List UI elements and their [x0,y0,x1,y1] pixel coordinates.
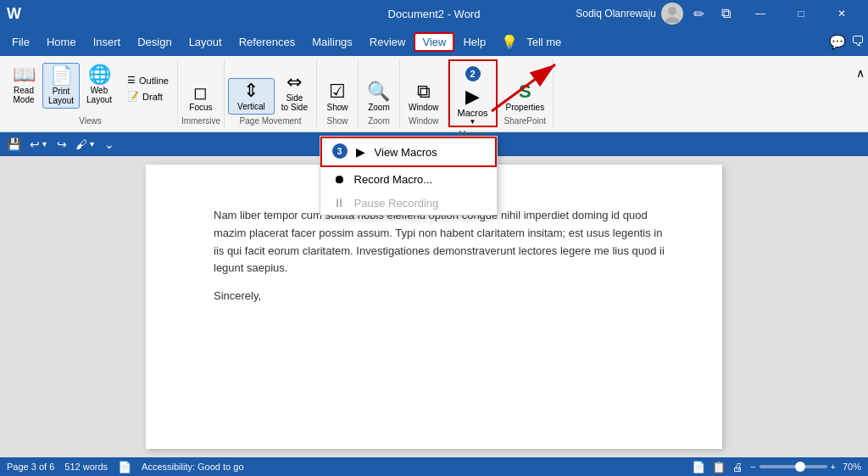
read-mode-button[interactable]: 📖 ReadMode [7,63,41,107]
menu-home[interactable]: Home [38,32,85,52]
zoom-minus-icon[interactable]: − [750,462,755,472]
show-items: ☑ Show [320,59,354,115]
title-bar-left: W [7,5,25,23]
save-qa-button[interactable]: 💾 [3,136,25,153]
qa-more-button[interactable]: ⌄ [101,136,118,153]
ribbon-group-properties: S Properties SharePoint [498,59,554,127]
minimize-button[interactable]: — [741,2,780,25]
window-label: Window [409,103,439,112]
view-macros-badge-3: 3 [332,143,348,159]
macros-icon: ▶ [465,87,480,106]
page-info: Page 3 of 6 [7,462,54,472]
macros-label: Macros [458,108,488,118]
title-bar-right: Sodiq Olanrewaju ✏ ⧉ — □ ✕ [576,2,861,25]
word-logo-icon: W [7,5,21,23]
ribbon-group-views: 📖 ReadMode 📄 PrintLayout 🌐 WebLayout ☰ O… [3,59,178,127]
menu-layout[interactable]: Layout [181,32,231,52]
sharepoint-s-icon: S [519,82,531,101]
view-mode-icon-2[interactable]: 📋 [712,461,726,473]
pen-icon[interactable]: ✏ [687,2,710,25]
properties-items: S Properties [501,59,550,115]
zoom-plus-icon[interactable]: + [831,462,836,472]
properties-label: Properties [506,103,545,112]
menu-help[interactable]: Help [454,32,494,52]
window-button[interactable]: ⧉ Window [403,80,444,115]
ribbon-group-zoom: 🔍 Zoom Zoom [359,59,400,127]
ribbon-group-immersive: ◻ Focus Immersive [178,59,225,127]
maximize-button[interactable]: □ [782,2,821,25]
menu-design[interactable]: Design [129,32,180,52]
document-title: Document2 - Word [388,8,481,20]
zoom-level[interactable]: 70% [843,462,861,472]
user-area: Sodiq Olanrewaju [576,3,683,25]
menu-references[interactable]: References [231,32,303,52]
menu-bar: File Home Insert Design Layout Reference… [0,27,868,56]
macros-button[interactable]: ▶ Macros ▼ [452,85,494,128]
status-bar: Page 3 of 6 512 words 📄 Accessibility: G… [0,457,868,476]
svg-point-1 [665,17,679,23]
zoom-group-label: Zoom [368,115,390,127]
view-macros-label: View Macros [375,146,437,159]
print-layout-button[interactable]: 📄 PrintLayout [42,63,80,109]
share-icon[interactable]: 💬 [829,34,846,50]
view-macros-row: 3 ▶ View Macros [332,143,485,160]
zoom-thumb [795,462,805,472]
properties-button[interactable]: S Properties [501,80,550,115]
zoom-button[interactable]: 🔍 Zoom [362,80,396,115]
vertical-button[interactable]: ⇕ Vertical [228,78,275,115]
views-items: 📖 ReadMode 📄 PrintLayout 🌐 WebLayout ☰ O… [7,59,174,115]
comments-icon[interactable]: 🗨 [851,34,865,50]
focus-icon: ◻ [193,84,208,101]
record-macro-item[interactable]: ⏺ Record Macro... [320,167,497,191]
focus-label: Focus [189,103,212,112]
immersive-items: ◻ Focus [184,59,218,115]
page-icon: 📄 [118,461,131,473]
ribbon-collapse-button[interactable]: ∧ [853,59,868,83]
zoom-slider[interactable]: − + [750,462,836,472]
macros-dropdown-menu: 3 ▶ View Macros ⏺ Record Macro... ⏸ Paus… [320,136,498,216]
zoom-track [760,465,827,468]
menu-view[interactable]: View [414,32,454,52]
share-icons: 💬 🗨 [829,34,865,50]
macros-number: 2 [465,66,481,83]
macros-items: 2 ▶ Macros ▼ [452,63,494,128]
draft-label: Draft [142,92,163,102]
menu-review[interactable]: Review [361,32,415,52]
view-mode-icon-3[interactable]: 🖨 [732,461,743,473]
view-mode-icon-1[interactable]: 📄 [692,461,705,473]
avatar [661,3,683,25]
side-to-side-label: Sideto Side [281,93,308,112]
print-layout-icon: 📄 [50,66,73,85]
restore-icon[interactable]: ⧉ [714,2,737,25]
status-right: 📄 📋 🖨 − + 70% [692,461,861,473]
zoom-items: 🔍 Zoom [362,59,396,115]
close-button[interactable]: ✕ [822,2,861,25]
side-to-side-button[interactable]: ⇔ Sideto Side [276,70,313,115]
pause-recording-item: ⏸ Pause Recording [320,191,497,215]
outline-label: Outline [139,76,169,86]
ribbon-group-macros: 2 ▶ Macros ▼ Macros 3 ▶ View Macros [448,59,498,127]
web-layout-button[interactable]: 🌐 WebLayout [81,63,117,107]
outline-icon: ☰ [127,75,136,86]
menu-file[interactable]: File [3,32,38,52]
draft-button[interactable]: 📝 Draft [122,89,174,104]
focus-button[interactable]: ◻ Focus [184,81,218,115]
lightbulb-icon: 💡 [501,34,518,50]
svg-point-0 [668,7,676,15]
format-painter-qa-button[interactable]: 🖌 ▼ [72,136,99,153]
outline-button[interactable]: ☰ Outline [122,73,174,87]
window-items: ⧉ Window [403,59,444,115]
web-layout-label: WebLayout [86,86,112,104]
redo-qa-button[interactable]: ↪ [53,136,70,153]
ribbon-group-show: ☑ Show Show [317,59,359,127]
undo-qa-button[interactable]: ↩ ▼ [26,136,52,153]
vertical-icon: ⇕ [243,81,259,100]
immersive-group-label: Immersive [181,115,220,127]
menu-mailings[interactable]: Mailings [303,32,361,52]
show-button[interactable]: ☑ Show [320,80,354,115]
menu-insert[interactable]: Insert [85,32,130,52]
tell-me[interactable]: Tell me [518,32,570,52]
zoom-icon: 🔍 [367,82,390,101]
view-macros-item[interactable]: 3 ▶ View Macros [320,137,497,167]
zoom-label: Zoom [368,103,390,112]
